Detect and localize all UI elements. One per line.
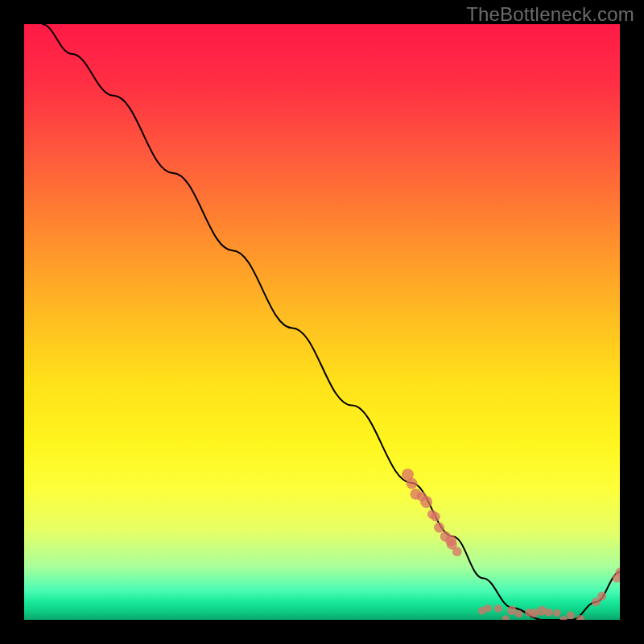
data-point <box>515 610 522 617</box>
data-point <box>502 615 509 620</box>
data-point <box>545 609 553 617</box>
data-point <box>567 612 575 620</box>
data-point <box>407 478 418 489</box>
bottleneck-curve <box>42 24 620 620</box>
data-point <box>431 512 440 522</box>
data-point <box>484 605 492 613</box>
data-point <box>553 609 561 617</box>
data-point <box>420 496 432 508</box>
chart-overlay <box>24 24 620 620</box>
data-point <box>576 615 584 620</box>
chart-frame: TheBottleneck.com <box>0 0 644 644</box>
plot-area <box>24 24 620 620</box>
data-point <box>494 605 502 613</box>
watermark-label: TheBottleneck.com <box>466 3 634 26</box>
data-point <box>597 592 606 601</box>
data-point <box>452 547 462 556</box>
scatter-dots <box>402 469 620 620</box>
data-point <box>507 606 517 616</box>
data-point <box>559 616 567 620</box>
data-point <box>434 522 444 533</box>
